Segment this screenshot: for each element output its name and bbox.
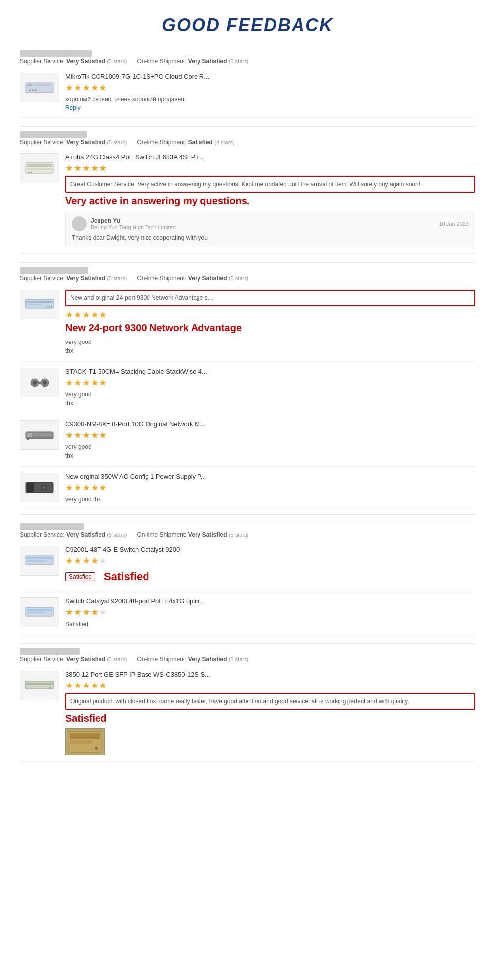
product-review-3: New and original 24-port 9300 Network Ad… [20,284,475,362]
callout-3: New 24-port 9300 Network Advantage [65,322,475,334]
divider-3 [20,514,475,515]
svg-rect-8 [27,168,52,170]
product-info-7: C9200L-48T-4G-E Switch Catalyst 9200 ★ ★… [65,546,475,585]
product-info-3: New and original 24-port 9300 Network Ad… [65,290,475,355]
product-review-7: C9200L-48T-4G-E Switch Catalyst 9200 ★ ★… [20,540,475,591]
reviewer-name-5: Jos████████████ [20,648,475,655]
stars-6: ★ ★ ★ ★ ★ [65,482,475,493]
stars-7: ★ ★ ★ ★ ★ [65,555,475,566]
product-info-9: 3850 12 Port GE SFP IP Base WS-C3850-12S… [65,671,475,755]
stars-3: ★ ★ ★ ★ ★ [65,309,475,320]
bottom-thumb-9 [65,728,105,755]
stars-8: ★ ★ ★ ★ ★ [65,607,475,618]
reviewer-name-1: Nurb██████████████ [20,50,475,57]
product-review-1: MikroTik CCR1009-7G-1C-1S+PC Cloud Core … [20,67,475,118]
product-name-7: C9200L-48T-4G-E Switch Catalyst 9200 [65,546,475,553]
reviewer-name-3: m███████████████ [20,267,475,274]
reply-date-2: 10 Jan 2023 [439,221,469,227]
review-text-4: very goodthx [65,390,475,408]
reviewer-name-4: ALI█████████████ [20,523,475,530]
product-thumb-5 [20,420,59,450]
reply-seller-info-2: Jeupen Yu Beijing Yun Tong High Tech Lim… [91,217,435,230]
product-name-2: A ruba 24G Class4 PoE Switch JL683A 4SFP… [65,153,475,161]
svg-point-3 [29,89,31,91]
highlight-box-9: Original product, with closed box, came … [65,693,475,710]
svg-point-9 [28,172,30,173]
review-text-3: very goodthx [65,338,475,355]
svg-point-10 [31,172,32,173]
product-name-9: 3850 12 Port GE SFP IP Base WS-C3850-12S… [65,671,475,678]
product-name-1: MikroTik CCR1009-7G-1C-1S+PC Cloud Core … [65,73,475,80]
svg-rect-23 [27,433,32,437]
product-info-1: MikroTik CCR1009-7G-1C-1S+PC Cloud Core … [65,73,475,111]
stars-2: ★ ★ ★ ★ ★ [65,163,475,174]
page-title: GOOD FEEDBACK [0,0,495,46]
svg-rect-35 [27,612,47,613]
product-review-9: 3850 12 Port GE SFP IP Base WS-C3850-12S… [20,665,475,762]
reply-seller-name-2: Jeupen Yu [91,217,435,224]
svg-point-43 [95,747,98,750]
reply-text-2: Thanks dear Dwight, very nice cooperatin… [72,233,469,242]
product-thumb-1 [20,73,59,102]
product-info-8: Switch Catalyst 9200L48-port PoE+ 4x1G u… [65,597,475,629]
svg-rect-38 [26,686,46,686]
reply-avatar-2 [72,216,87,231]
reviewer-stats-4: Supplier Service: Very Satisfied (5 star… [20,531,475,538]
satisfied-badge-7: Satisfied [65,572,95,581]
reply-seller-company-2: Beijing Yun Tong High Tech Limited [91,224,435,230]
product-review-5: C9300-NM-8X= 8-Port 10G Original Network… [20,414,475,467]
svg-rect-37 [26,683,53,685]
product-thumb-7 [20,546,59,576]
product-name-5: C9300-NM-8X= 8-Port 10G Original Network… [65,420,475,428]
product-thumb-4 [20,368,59,397]
svg-point-5 [35,89,37,91]
svg-rect-25 [27,438,29,440]
svg-rect-27 [27,483,34,492]
product-review-4: STACK-T1-50CM= Stacking Cable StackWise-… [20,362,475,414]
svg-rect-34 [27,609,52,611]
product-name-4: STACK-T1-50CM= Stacking Cable StackWise-… [65,368,475,375]
product-info-5: C9300-NM-8X= 8-Port 10G Original Network… [65,420,475,460]
svg-rect-31 [27,557,52,559]
svg-rect-42 [70,740,93,744]
reviewer-stats-2: Supplier Service: Very Satisfied (5 star… [20,139,475,146]
review-text-5: very goodthx [65,442,475,460]
callout-9: Satisfied [65,713,475,724]
highlight-box-2: Great Customer Service. Very active in a… [65,176,475,193]
product-info-6: New orginal 350W AC Config 1 Power Suppl… [65,473,475,504]
svg-rect-12 [26,301,53,303]
reviewer-stats-3: Supplier Service: Very Satisfied (5 star… [20,275,475,282]
reviewer-stats-5: Supplier Service: Very Satisfied (5 star… [20,656,475,663]
product-review-2: A ruba 24G Class4 PoE Switch JL683A 4SFP… [20,147,475,254]
reviewer-header-1: Nurb██████████████ Supplier Service: Ver… [20,46,475,67]
reviewer-header-3: m███████████████ Supplier Service: Very … [20,262,475,284]
svg-point-29 [42,486,45,489]
svg-point-4 [32,89,34,91]
reviewer-header-4: ALI█████████████ Supplier Service: Very … [20,519,475,540]
stars-1: ★ ★ ★ ★ ★ [65,82,475,93]
reviewer-stats-1: Supplier Service: Very Satisfied (5 star… [20,58,475,65]
stars-4: ★ ★ ★ ★ ★ [65,377,475,388]
svg-rect-24 [33,433,52,436]
svg-point-16 [51,306,52,308]
svg-point-20 [43,381,47,385]
product-name-6: New orginal 350W AC Config 1 Power Suppl… [65,473,475,480]
product-review-8: Switch Catalyst 9200L48-port PoE+ 4x1G u… [20,591,475,635]
svg-point-15 [49,306,50,308]
product-thumb-3 [20,290,59,319]
svg-rect-1 [27,84,32,86]
reply-link-1[interactable]: Reply [65,104,81,111]
product-review-6: New orginal 350W AC Config 1 Power Suppl… [20,467,475,510]
svg-point-39 [50,687,51,689]
svg-rect-41 [70,733,100,740]
divider-2 [20,258,475,258]
product-name-8: Switch Catalyst 9200L48-port PoE+ 4x1G u… [65,597,475,605]
product-info-2: A ruba 24G Class4 PoE Switch JL683A 4SFP… [65,153,475,247]
review-text-1: хорошый сервис, очень хороший продавец. [65,95,475,104]
divider-4 [20,639,475,639]
product-thumb-6 [20,473,59,502]
reply-header-2: Jeupen Yu Beijing Yun Tong High Tech Lim… [72,216,469,231]
svg-point-14 [47,306,49,308]
svg-rect-32 [27,560,47,562]
reviewer-name-2: Dw██████████████ [20,131,475,138]
